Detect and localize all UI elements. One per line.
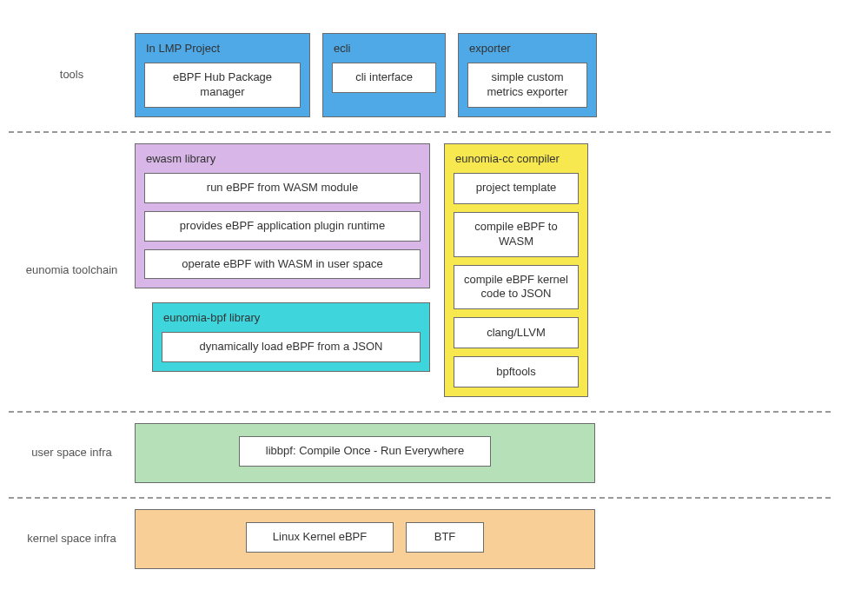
block-eunomia-bpf-library: eunomia-bpf library dynamically load eBP…	[152, 302, 430, 372]
block-eunomia-cc-compiler: eunomia-cc compiler project template com…	[444, 143, 588, 398]
item-clang-llvm: clang/LLVM	[454, 317, 579, 348]
row-label-kernel-space: kernel space infra	[9, 532, 135, 546]
toolchain-left-col: ewasm library run eBPF from WASM module …	[135, 143, 430, 373]
item-load-ebpf-json: dynamically load eBPF from a JSON	[162, 332, 421, 362]
block-title: eunomia-cc compiler	[455, 152, 577, 165]
block-lmp-project: In LMP Project eBPF Hub Package manager	[135, 33, 310, 117]
divider	[9, 497, 831, 499]
item-ebpf-hub-pkg-mgr: eBPF Hub Package manager	[144, 63, 301, 108]
row-label-toolchain: eunomia toolchain	[9, 263, 135, 278]
item-cli-interface: cli interface	[332, 63, 436, 93]
item-btf: BTF	[406, 522, 484, 553]
item-plugin-runtime: provides eBPF application plugin runtime	[144, 211, 421, 242]
row-label-user-space: user space infra	[9, 446, 135, 460]
row-content-user-space: libbpf: Compile Once - Run Everywhere	[135, 423, 831, 483]
block-title: ecli	[334, 42, 434, 55]
row-user-space: user space infra libbpf: Compile Once - …	[9, 416, 831, 493]
divider	[9, 131, 831, 133]
divider	[9, 411, 831, 413]
block-title: In LMP Project	[146, 42, 299, 55]
block-exporter: exporter simple custom metrics exporter	[458, 33, 597, 117]
block-ecli: ecli cli interface	[322, 33, 446, 117]
block-title: eunomia-bpf library	[163, 311, 419, 324]
row-content-tools: In LMP Project eBPF Hub Package manager …	[135, 33, 831, 117]
block-kernel-space: Linux Kernel eBPF BTF	[135, 509, 595, 569]
toolchain-columns: ewasm library run eBPF from WASM module …	[135, 143, 831, 398]
inner-row: Linux Kernel eBPF BTF	[136, 510, 594, 568]
block-user-space: libbpf: Compile Once - Run Everywhere	[135, 423, 595, 483]
item-compile-kernel-json: compile eBPF kernel code to JSON	[454, 265, 579, 310]
row-content-kernel-space: Linux Kernel eBPF BTF	[135, 509, 831, 569]
item-linux-kernel-ebpf: Linux Kernel eBPF	[246, 522, 394, 553]
row-label-tools: tools	[9, 68, 135, 83]
row-kernel-space: kernel space infra Linux Kernel eBPF BTF	[9, 502, 831, 580]
item-run-ebpf-wasm: run eBPF from WASM module	[144, 173, 421, 203]
item-operate-ebpf-wasm: operate eBPF with WASM in user space	[144, 249, 421, 280]
row-toolchain: eunomia toolchain ewasm library run eBPF…	[9, 136, 831, 408]
block-title: ewasm library	[146, 152, 419, 165]
item-compile-ebpf-wasm: compile eBPF to WASM	[454, 212, 579, 257]
block-ewasm-library: ewasm library run eBPF from WASM module …	[135, 143, 430, 289]
item-libbpf: libbpf: Compile Once - Run Everywhere	[239, 436, 491, 467]
inner-row: libbpf: Compile Once - Run Everywhere	[136, 424, 594, 482]
block-title: exporter	[469, 42, 586, 55]
row-content-toolchain: ewasm library run eBPF from WASM module …	[135, 143, 831, 398]
item-bpftools: bpftools	[454, 356, 579, 387]
item-metrics-exporter: simple custom metrics exporter	[467, 63, 587, 108]
item-project-template: project template	[454, 173, 579, 204]
row-tools: tools In LMP Project eBPF Hub Package ma…	[9, 26, 831, 128]
